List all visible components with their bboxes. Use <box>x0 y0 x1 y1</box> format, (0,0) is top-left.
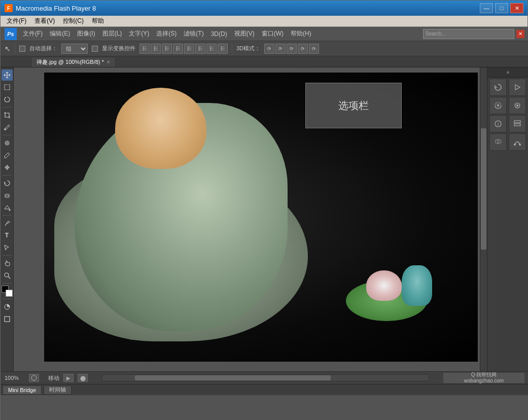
3d-scale-button[interactable]: ⟳ <box>309 44 319 54</box>
panel-styles-icon[interactable] <box>509 97 526 114</box>
align-left-button[interactable]: ⬱ <box>139 44 150 54</box>
background-color[interactable] <box>6 290 13 297</box>
auto-select-label: 自动选择： <box>29 45 57 52</box>
hand-tool-button[interactable] <box>2 258 13 269</box>
maximize-button[interactable]: □ <box>495 3 508 13</box>
ps-canvas-area[interactable]: 选项栏 <box>14 67 487 371</box>
panel-info-icon[interactable]: i <box>489 115 507 132</box>
svg-rect-0 <box>5 85 10 90</box>
3d-pan-button[interactable]: ⟳ <box>287 44 297 54</box>
align-middle-button[interactable]: ⬱ <box>184 44 194 54</box>
flash-titlebar: F Macromedia Flash Player 8 — □ ✕ <box>1 1 527 16</box>
panel-adjustments-icon[interactable] <box>489 97 507 114</box>
paint-bucket-tool-button[interactable] <box>2 202 13 213</box>
healing-tool-button[interactable] <box>2 137 13 149</box>
buddha-head <box>115 88 206 169</box>
distribute-h-button[interactable]: ⬱ <box>206 44 217 54</box>
brush-tool-button[interactable] <box>2 150 13 161</box>
timeline-tab[interactable]: 时间轴 <box>44 386 72 395</box>
ps-menu-3d[interactable]: 3D(D) <box>208 29 230 39</box>
toolbar-separator7 <box>3 299 12 299</box>
panel-history-icon[interactable] <box>489 79 507 96</box>
search-placeholder: Search... <box>424 31 448 37</box>
auto-select-dropdown[interactable]: 组 图层 <box>61 44 88 54</box>
vertical-scrollbar-thumb[interactable] <box>481 128 486 250</box>
divider2 <box>232 44 232 54</box>
align-top-button[interactable]: ⬱ <box>173 44 183 54</box>
ps-workspace: T <box>1 67 528 371</box>
align-right-button[interactable]: ⬱ <box>162 44 172 54</box>
watermark: Q·我帮找网wobangzhao.com <box>443 373 524 383</box>
ps-menu-edit[interactable]: 编辑(E) <box>47 28 73 39</box>
vertical-scrollbar[interactable] <box>480 67 487 371</box>
ps-topbar: Ps 文件(F) 编辑(E) 图像(I) 图层(L) 文字(Y) 选择(S) 滤… <box>1 27 528 41</box>
flash-menu-control[interactable]: 控制(C) <box>59 16 88 26</box>
selection-tool-button[interactable] <box>2 82 13 93</box>
history-tool-button[interactable] <box>2 178 13 189</box>
ps-logo: Ps <box>5 28 17 40</box>
ps-menu-view[interactable]: 视图(V) <box>231 28 258 39</box>
eyedropper-tool-button[interactable] <box>2 122 13 133</box>
align-center-button[interactable]: ⬱ <box>151 44 161 54</box>
eraser-tool-button[interactable] <box>2 190 13 201</box>
flash-menu-help[interactable]: 帮助 <box>88 16 108 26</box>
status-move-label: 移动 <box>48 374 59 382</box>
panel-paths-icon[interactable] <box>509 133 526 151</box>
lasso-tool-button[interactable] <box>2 94 13 105</box>
svg-point-22 <box>519 144 521 146</box>
flash-menu-file[interactable]: 文件(F) <box>3 16 30 26</box>
align-bottom-button[interactable]: ⬱ <box>195 44 205 54</box>
quick-mask-button[interactable] <box>2 301 13 312</box>
horizontal-scrollbar-thumb[interactable] <box>135 375 331 380</box>
ps-menu-file[interactable]: 文件(F) <box>20 28 46 39</box>
ps-menu-text[interactable]: 文字(Y) <box>126 28 152 39</box>
flash-titlebar-controls: — □ ✕ <box>480 3 523 13</box>
panel-layers-icon[interactable] <box>509 115 526 132</box>
minimize-button[interactable]: — <box>480 3 493 13</box>
panel-channels-icon[interactable] <box>489 133 507 151</box>
ps-menu-image[interactable]: 图像(I) <box>74 28 98 39</box>
move-tool-button[interactable] <box>2 69 13 81</box>
mini-bridge-tab[interactable]: Mini Bridge <box>3 386 42 395</box>
distribute-v-button[interactable]: ⬱ <box>218 44 228 54</box>
close-button[interactable]: ✕ <box>510 3 523 13</box>
svg-rect-17 <box>514 121 520 123</box>
ps-menu-filter[interactable]: 滤镜(T) <box>181 28 206 39</box>
horizontal-scrollbar[interactable] <box>102 374 429 381</box>
pen-tool-button[interactable] <box>2 218 13 229</box>
zoom-fit-button[interactable] <box>29 374 39 382</box>
crop-tool-button[interactable] <box>2 110 13 121</box>
3d-mode-buttons: ⟳ ⟳ ⟳ ⟳ ⟳ <box>264 44 319 54</box>
text-tool-button[interactable]: T <box>2 230 13 241</box>
tab-close-button[interactable]: × <box>107 59 110 65</box>
clone-tool-button[interactable] <box>2 162 13 173</box>
auto-select-checkbox[interactable] <box>19 46 25 52</box>
stop-button[interactable]: ⬤ <box>78 374 88 382</box>
play-button[interactable]: ▶ <box>63 374 74 382</box>
panel-actions-icon[interactable] <box>509 79 526 96</box>
3d-slide-button[interactable]: ⟳ <box>298 44 308 54</box>
zoom-tool-button[interactable] <box>2 270 13 281</box>
toolbar-separator5 <box>3 255 12 256</box>
ps-menu-window[interactable]: 窗口(W) <box>259 28 287 39</box>
panel-icons-section: i <box>487 78 528 152</box>
ps-bottom-tabs: Mini Bridge 时间轴 <box>1 384 528 395</box>
flash-menu-view[interactable]: 查看(V) <box>30 16 59 26</box>
ps-search-area: Search... <box>423 29 514 39</box>
ps-statusbar: 100% 移动 ▶ ⬤ Q·我帮找网wobangzhao.com <box>1 371 528 384</box>
flash-title: Macromedia Flash Player 8 <box>16 5 96 12</box>
path-select-tool-button[interactable] <box>2 242 13 253</box>
ps-menu-layer[interactable]: 图层(L) <box>99 28 125 39</box>
svg-rect-18 <box>514 124 520 126</box>
color-swatch[interactable] <box>2 286 13 297</box>
ps-menu-help[interactable]: 帮助(H) <box>288 28 314 39</box>
3d-orbit-button[interactable]: ⟳ <box>264 44 274 54</box>
document-tab[interactable]: 禅趣.jpg @ 100%(RGB/8) * × <box>31 57 116 67</box>
ps-menu-select[interactable]: 选择(S) <box>153 28 180 39</box>
toolbar-separator6 <box>3 283 12 284</box>
ps-close-button[interactable]: ✕ <box>516 30 524 38</box>
3d-roll-button[interactable]: ⟳ <box>275 44 286 54</box>
screen-mode-button[interactable] <box>2 313 13 325</box>
show-transform-checkbox[interactable] <box>92 46 98 52</box>
panels-collapse-button[interactable]: « <box>487 67 528 78</box>
